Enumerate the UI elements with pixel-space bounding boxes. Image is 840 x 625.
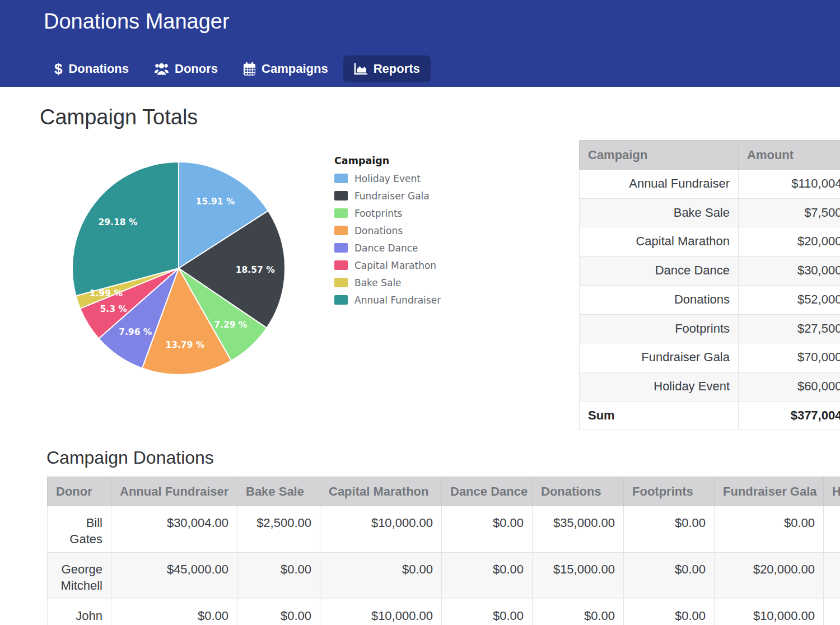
nav-tab-donors[interactable]: Donors: [144, 55, 228, 82]
legend-label: Annual Fundraiser: [354, 295, 441, 306]
pie-label-holiday-event: 15.91 %: [196, 197, 235, 207]
nav-tab-donations[interactable]: $Donations: [44, 55, 139, 82]
legend-item-donations: Donations: [334, 222, 441, 239]
totals-amount-cell: $7,500.00: [739, 198, 840, 227]
totals-campaign-cell: Donations: [580, 285, 739, 314]
donation-amount-cell: $0.00: [715, 506, 824, 553]
legend-swatch: [334, 278, 348, 287]
totals-amount-cell: $60,000.00: [739, 372, 840, 401]
totals-row: Dance Dance$30,000.00: [580, 256, 840, 286]
totals-campaign-cell: Capital Marathon: [580, 227, 739, 256]
totals-campaign-cell: Annual Fundraiser: [580, 170, 739, 199]
donation-amount-cell: [824, 506, 840, 553]
donation-amount-cell: $45,000.00: [111, 553, 237, 599]
nav-tab-campaigns[interactable]: Campaigns: [233, 55, 339, 82]
donation-amount-cell: $0.00: [442, 553, 533, 599]
pie-label-annual-fundraiser: 29.18 %: [98, 217, 137, 227]
legend-label: Bake Sale: [354, 277, 402, 288]
totals-campaign-cell: Footprints: [580, 314, 739, 343]
legend-swatch: [334, 191, 348, 200]
donations-col-donor: Donor: [48, 477, 111, 506]
donation-amount-cell: $20,000.00: [715, 553, 824, 599]
totals-campaign-cell: Bake Sale: [580, 198, 739, 227]
legend-item-holiday-event: Holiday Event: [334, 170, 441, 187]
donation-amount-cell: $30,004.00: [111, 506, 237, 553]
donation-amount-cell: [824, 553, 840, 599]
totals-row: Annual Fundraiser$110,004.00: [580, 170, 840, 199]
donation-amount-cell: $0.00: [624, 553, 715, 599]
donation-amount-cell: $0.00: [111, 599, 237, 625]
donor-cell: Bill Gates: [48, 506, 111, 553]
pie-label-capital-marathon: 5.3 %: [100, 304, 127, 314]
pie-label-donations: 13.79 %: [165, 340, 204, 350]
totals-amount-cell: $110,004.00: [739, 170, 840, 199]
pie-label-bake-sale: 1.99 %: [90, 288, 123, 298]
totals-campaign-cell: Holiday Event: [580, 372, 739, 401]
donation-amount-cell: $0.00: [533, 599, 624, 625]
donation-amount-cell: $10,000.00: [320, 506, 442, 553]
donation-amount-cell: $0.00: [624, 506, 715, 553]
pie-label-dance-dance: 7.96 %: [119, 327, 152, 337]
legend-label: Dance Dance: [354, 242, 418, 254]
donations-row: Bill Gates$30,004.00$2,500.00$10,000.00$…: [48, 506, 840, 553]
totals-row: Footprints$27,500.00: [580, 314, 840, 343]
totals-amount-cell: $27,500.00: [739, 314, 840, 343]
totals-col-campaign: Campaign: [580, 141, 739, 170]
users-icon: [155, 63, 169, 75]
nav-tab-label: Campaigns: [262, 62, 328, 76]
legend-swatch: [334, 208, 348, 218]
legend-swatch: [334, 260, 348, 270]
donations-col-capital-marathon: Capital Marathon: [320, 477, 442, 506]
totals-row: Bake Sale$7,500.00: [580, 198, 840, 227]
nav-tab-label: Donors: [175, 62, 218, 76]
donations-col-annual-fundraiser: Annual Fundraiser: [111, 477, 237, 506]
nav-tab-reports[interactable]: Reports: [343, 55, 431, 82]
totals-col-amount: Amount: [739, 141, 840, 170]
totals-row: Holiday Event$60,000.00: [580, 372, 840, 401]
campaign-totals-table: Campaign Amount Annual Fundraiser$110,00…: [579, 140, 840, 430]
totals-campaign-cell: Dance Dance: [580, 256, 739, 286]
donation-amount-cell: $0.00: [624, 599, 715, 625]
totals-campaign-cell: Fundraiser Gala: [580, 343, 739, 372]
campaign-totals-heading: Campaign Totals: [40, 105, 198, 129]
legend-swatch: [334, 243, 348, 253]
donation-amount-cell: $15,000.00: [533, 553, 624, 599]
donations-row: George Mitchell$45,000.00$0.00$0.00$0.00…: [48, 553, 840, 599]
totals-amount-cell: $52,000.00: [739, 285, 840, 314]
app-title: Donations Manager: [44, 10, 230, 34]
legend-swatch: [334, 226, 348, 235]
donor-cell: George Mitchell: [48, 553, 111, 599]
navbar: Donations Manager $DonationsDonorsCampai…: [0, 0, 840, 87]
nav-tabs: $DonationsDonorsCampaignsReports: [44, 55, 431, 82]
donation-amount-cell: $0.00: [442, 506, 533, 553]
donations-col-holiday-event: Holiday Event: [824, 477, 840, 506]
donations-col-footprints: Footprints: [624, 477, 715, 506]
pie-label-footprints: 7.29 %: [214, 320, 248, 330]
nav-tab-label: Donations: [68, 62, 129, 76]
donation-amount-cell: $0.00: [237, 553, 320, 599]
pie-label-fundraiser-gala: 18.57 %: [236, 265, 275, 275]
campaign-donations-heading: Campaign Donations: [46, 447, 214, 468]
donor-cell: John: [48, 599, 111, 625]
legend-label: Fundraiser Gala: [354, 190, 430, 202]
totals-row: Donations$52,000.00: [580, 285, 840, 314]
legend-title: Campaign: [334, 155, 441, 166]
legend-swatch: [334, 174, 348, 183]
totals-row: Capital Marathon$20,000.00: [580, 227, 840, 256]
donation-amount-cell: $10,000.00: [715, 599, 824, 625]
legend-label: Capital Marathon: [354, 260, 436, 271]
campaign-totals-pie-chart: 15.91 %18.57 %7.29 %13.79 %7.96 %5.3 %1.…: [60, 150, 297, 386]
totals-amount-cell: $70,000.00: [739, 343, 840, 372]
legend-swatch: [334, 295, 348, 305]
legend-item-capital-marathon: Capital Marathon: [334, 256, 441, 274]
donations-row: John$0.00$0.00$10,000.00$0.00$0.00$0.00$…: [48, 599, 840, 625]
legend-item-annual-fundraiser: Annual Fundraiser: [334, 291, 441, 309]
donation-amount-cell: [824, 599, 840, 625]
calendar-icon: [244, 62, 255, 76]
donations-col-donations: Donations: [533, 477, 624, 506]
legend-label: Footprints: [354, 208, 402, 219]
campaign-donations-table: DonorAnnual FundraiserBake SaleCapital M…: [47, 477, 840, 625]
donation-amount-cell: $2,500.00: [237, 506, 320, 553]
donation-amount-cell: $0.00: [442, 599, 533, 625]
totals-sum-row: Sum$377,004.00: [580, 401, 840, 430]
